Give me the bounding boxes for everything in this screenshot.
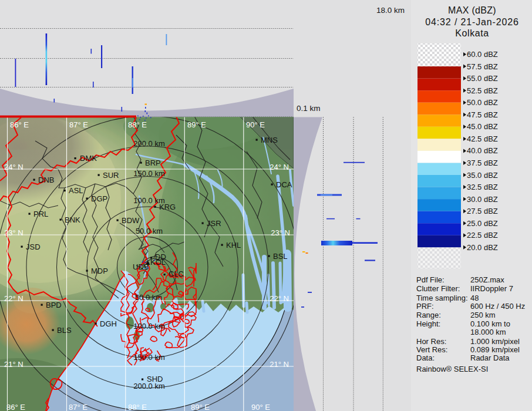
svg-text:Range:: Range: (416, 311, 441, 319)
svg-text:Pdf File:: Pdf File: (416, 275, 445, 284)
svg-text:87° E: 87° E (69, 403, 87, 411)
svg-text:Clutter Filter:: Clutter Filter: (416, 284, 460, 293)
svg-text:250 km: 250 km (470, 311, 496, 319)
svg-text:88° E: 88° E (128, 403, 147, 411)
svg-text:DNB: DNB (38, 176, 54, 184)
svg-text:86° E: 86° E (6, 403, 25, 411)
svg-text:24° N: 24° N (270, 163, 289, 171)
svg-text:88° E: 88° E (128, 120, 147, 129)
svg-text:PRF:: PRF: (416, 302, 434, 311)
svg-text:24° N: 24° N (4, 163, 23, 171)
svg-text:PRL: PRL (33, 210, 48, 218)
svg-text:37.5 dBZ: 37.5 dBZ (467, 159, 498, 167)
svg-text:JSD: JSD (26, 242, 41, 251)
svg-text:Rainbow® SELEX-SI: Rainbow® SELEX-SI (416, 365, 488, 373)
svg-text:32.5 dBZ: 32.5 dBZ (467, 183, 498, 191)
svg-text:CLC: CLC (169, 269, 184, 278)
svg-text:1.000 km/pixel: 1.000 km/pixel (470, 337, 520, 346)
svg-text:87° E: 87° E (69, 120, 88, 129)
svg-text:0.089 km/pixel: 0.089 km/pixel (470, 345, 520, 354)
svg-text:JSR: JSR (207, 219, 221, 228)
svg-text:89° E: 89° E (191, 403, 210, 411)
svg-text:SUR: SUR (103, 171, 119, 180)
svg-text:22° N: 22° N (4, 294, 23, 303)
svg-text:BRP: BRP (145, 159, 161, 167)
svg-text:52.5 dBZ: 52.5 dBZ (467, 86, 498, 95)
svg-text:23° N: 23° N (271, 228, 290, 237)
svg-text:55.0 dBZ: 55.0 dBZ (467, 74, 498, 83)
svg-text:SHD: SHD (147, 375, 163, 383)
svg-text:Hor Res:: Hor Res: (416, 337, 446, 346)
svg-text:KRG: KRG (159, 203, 176, 211)
svg-text:Kolkata: Kolkata (455, 28, 489, 38)
svg-text:Vert Res:: Vert Res: (416, 345, 447, 354)
svg-text:250Z.max: 250Z.max (470, 275, 504, 284)
svg-text:DCA: DCA (276, 180, 292, 189)
svg-text:DMK: DMK (80, 154, 97, 163)
svg-text:27.5 dBZ: 27.5 dBZ (467, 207, 498, 215)
svg-text:86° E: 86° E (10, 120, 29, 129)
svg-text:18.000 km: 18.000 km (470, 328, 506, 336)
svg-text:0.1 km: 0.1 km (297, 104, 321, 113)
svg-text:57.5 dBZ: 57.5 dBZ (467, 62, 498, 71)
svg-text:DGH: DGH (100, 319, 117, 328)
svg-text:50.0 km: 50.0 km (135, 293, 162, 302)
svg-text:MAX (dBZ): MAX (dBZ) (448, 5, 496, 15)
svg-text:Time sampling:: Time sampling: (416, 294, 468, 302)
svg-text:30.0 dBZ: 30.0 dBZ (467, 195, 498, 204)
svg-text:22.5 dBZ: 22.5 dBZ (467, 231, 498, 240)
svg-text:KHL: KHL (226, 241, 241, 250)
svg-text:IIRDoppler 7: IIRDoppler 7 (470, 284, 513, 293)
svg-text:200.0 km: 200.0 km (133, 139, 164, 148)
svg-text:BNK: BNK (65, 215, 80, 224)
svg-text:KOL: KOL (150, 258, 166, 267)
svg-text:BDW: BDW (122, 216, 140, 225)
svg-text:04:32 / 21-Jan-2026: 04:32 / 21-Jan-2026 (425, 17, 518, 27)
svg-text:BPD: BPD (46, 301, 62, 309)
svg-text:47.5 dBZ: 47.5 dBZ (467, 110, 498, 119)
svg-text:21° N: 21° N (4, 360, 23, 369)
svg-text:20.0 dBZ: 20.0 dBZ (467, 243, 498, 252)
svg-text:Data:: Data: (416, 353, 435, 362)
svg-text:60.0 dBZ: 60.0 dBZ (467, 50, 498, 59)
svg-text:MNS: MNS (261, 136, 278, 144)
svg-text:48: 48 (470, 294, 479, 302)
svg-text:Radar Data: Radar Data (470, 353, 510, 362)
svg-text:42.5 dBZ: 42.5 dBZ (467, 134, 498, 143)
svg-text:40.0 dBZ: 40.0 dBZ (467, 146, 498, 155)
svg-text:BSL: BSL (273, 252, 288, 261)
svg-text:90° E: 90° E (251, 403, 270, 411)
svg-text:45.0 dBZ: 45.0 dBZ (467, 122, 498, 131)
svg-text:35.0 dBZ: 35.0 dBZ (467, 171, 498, 180)
svg-text:150.0 km: 150.0 km (133, 353, 164, 362)
svg-text:DGP: DGP (91, 194, 107, 203)
svg-text:150.0 km: 150.0 km (133, 169, 164, 178)
svg-text:21° N: 21° N (270, 360, 289, 369)
svg-text:100.0 km: 100.0 km (133, 322, 164, 331)
svg-text:25.0 dBZ: 25.0 dBZ (467, 219, 498, 228)
svg-text:90° E: 90° E (246, 120, 265, 129)
svg-text:Height:: Height: (416, 319, 440, 328)
svg-text:50.0 km: 50.0 km (136, 227, 163, 235)
svg-text:18.0 km: 18.0 km (376, 6, 405, 15)
svg-text:ASL: ASL (69, 186, 83, 195)
svg-text:89° E: 89° E (187, 120, 206, 129)
svg-text:50.0 dBZ: 50.0 dBZ (467, 98, 498, 107)
svg-text:MDP: MDP (91, 267, 108, 275)
svg-text:BLS: BLS (57, 326, 72, 335)
svg-text:23° N: 23° N (4, 228, 23, 237)
svg-text:22° N: 22° N (270, 294, 289, 303)
svg-text:600 Hz / 450 Hz: 600 Hz / 450 Hz (470, 302, 525, 311)
